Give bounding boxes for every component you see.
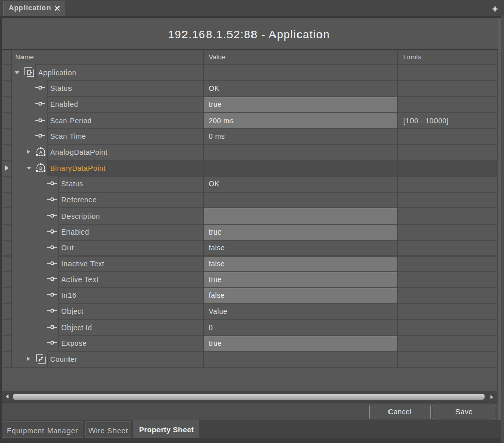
svg-text:B: B bbox=[39, 166, 42, 171]
svg-text:A: A bbox=[39, 150, 42, 155]
